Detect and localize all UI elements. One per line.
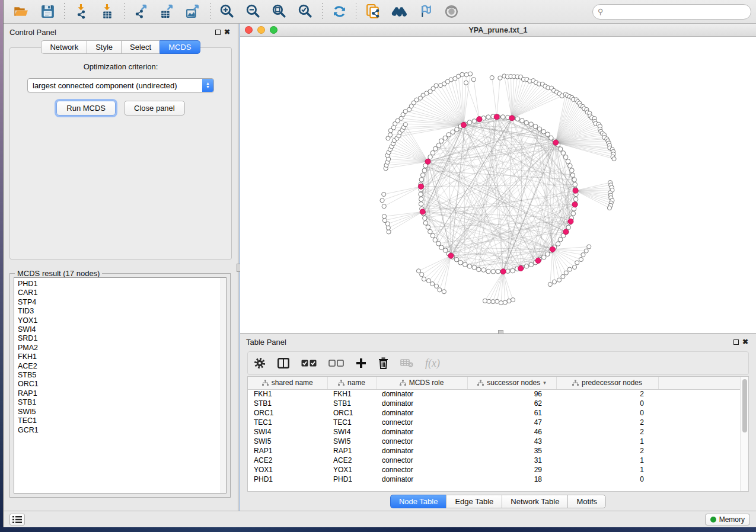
- zoom-out-button[interactable]: [240, 2, 266, 22]
- tab-network[interactable]: Network: [41, 40, 87, 54]
- mcds-result-item[interactable]: TEC1: [18, 416, 221, 425]
- network-search-box[interactable]: ⚲: [592, 4, 751, 20]
- table-options-button[interactable]: [254, 354, 266, 372]
- delete-rows-button[interactable]: [378, 354, 388, 372]
- export-image-icon: [186, 4, 202, 20]
- memory-button[interactable]: Memory: [705, 514, 750, 525]
- network-graph[interactable]: [240, 37, 756, 333]
- deselect-all-button[interactable]: [328, 354, 344, 372]
- mcds-result-item[interactable]: GCR1: [18, 426, 221, 435]
- mcds-result-title: MCDS result (17 nodes): [15, 269, 102, 278]
- minimize-window-button[interactable]: [257, 26, 265, 34]
- tab-style[interactable]: Style: [87, 40, 121, 54]
- export-network-button[interactable]: [128, 2, 154, 22]
- criterion-select[interactable]: largest connected component (undirected)…: [27, 78, 214, 92]
- table-row[interactable]: FKH1FKH1dominator962: [248, 389, 740, 399]
- export-table-button[interactable]: [154, 2, 180, 22]
- export-image-button[interactable]: [180, 2, 206, 22]
- close-panel-button[interactable]: ✖: [222, 27, 232, 37]
- table-row[interactable]: STB1STB1dominator620: [248, 399, 740, 408]
- tab-node-table[interactable]: Node Table: [390, 495, 446, 508]
- import-table-button[interactable]: [94, 2, 120, 22]
- column-header-MCDS-role[interactable]: MCDS role: [376, 377, 467, 389]
- search-icon: ⚲: [598, 7, 604, 16]
- select-all-icon: [301, 360, 317, 367]
- mcds-result-item[interactable]: ACE2: [18, 362, 221, 371]
- hide-selected-button[interactable]: [412, 2, 438, 22]
- mcds-result-item[interactable]: CAR1: [18, 289, 221, 297]
- tab-network-table[interactable]: Network Table: [502, 495, 567, 508]
- mcds-result-item[interactable]: STB5: [18, 371, 221, 380]
- zoom-fit-button[interactable]: [266, 2, 292, 22]
- mcds-result-item[interactable]: YOX1: [18, 316, 221, 325]
- float-panel-button[interactable]: [213, 27, 222, 37]
- tab-edge-table[interactable]: Edge Table: [446, 495, 502, 508]
- table-row[interactable]: ORC1ORC1dominator610: [248, 408, 740, 418]
- table-row[interactable]: SWI5SWI5connector431: [248, 437, 740, 446]
- zoom-selected-button[interactable]: [292, 2, 318, 22]
- mcds-result-item[interactable]: PMA2: [18, 344, 221, 352]
- panel-divider[interactable]: [238, 24, 240, 511]
- mcds-result-list[interactable]: PHD1CAR1STP4TID3YOX1SWI4SRD1PMA2FKH1ACE2…: [14, 277, 227, 493]
- table-row[interactable]: PHD1PHD1dominator180: [248, 475, 740, 484]
- mcds-result-item[interactable]: FKH1: [18, 352, 221, 361]
- table-scrollbar[interactable]: [740, 377, 748, 491]
- search-input[interactable]: [606, 8, 746, 16]
- mcds-result-item[interactable]: STP4: [18, 298, 221, 307]
- mcds-result-item[interactable]: SWI5: [18, 408, 221, 416]
- tab-motifs[interactable]: Motifs: [567, 495, 606, 508]
- open-file-button[interactable]: [8, 2, 34, 22]
- show-hidden-button[interactable]: [438, 2, 464, 22]
- table-row[interactable]: ACE2ACE2connector311: [248, 456, 740, 465]
- result-list-scrollbar[interactable]: [221, 278, 226, 493]
- float-table-panel-button[interactable]: [731, 337, 741, 347]
- mcds-result-item[interactable]: STB1: [18, 398, 221, 407]
- attribute-type-icon: [477, 380, 484, 386]
- clone-network-icon: [365, 4, 381, 20]
- task-history-button[interactable]: [9, 514, 25, 525]
- table-toolbar: f(x): [247, 351, 749, 375]
- table-row[interactable]: RAP1RAP1dominator352: [248, 446, 740, 456]
- import-network-button[interactable]: [68, 2, 94, 22]
- mcds-result-item[interactable]: SWI4: [18, 325, 221, 334]
- network-canvas[interactable]: [240, 37, 756, 333]
- first-neighbors-icon: [391, 4, 407, 20]
- show-columns-button[interactable]: [277, 354, 289, 372]
- select-all-button[interactable]: [301, 354, 317, 372]
- apply-layout-button[interactable]: [326, 2, 352, 22]
- table-scrollbar-thumb[interactable]: [742, 379, 747, 432]
- toolbar-separator: [124, 3, 125, 21]
- zoom-in-button[interactable]: [214, 2, 240, 22]
- table-row[interactable]: SWI4SWI4dominator462: [248, 427, 740, 437]
- run-mcds-button[interactable]: Run MCDS: [56, 101, 116, 116]
- function-builder-button: f(x): [425, 354, 440, 372]
- save-session-button[interactable]: [34, 2, 60, 22]
- close-mcds-panel-button[interactable]: Close panel: [124, 101, 185, 116]
- network-window-titlebar[interactable]: YPA_prune.txt_1: [240, 24, 756, 37]
- table-tabs: Node TableEdge TableNetwork TableMotifs: [390, 495, 606, 508]
- first-neighbors-button[interactable]: [386, 2, 412, 22]
- mcds-result-item[interactable]: SRD1: [18, 334, 221, 343]
- table-row[interactable]: YOX1YOX1connector291: [248, 465, 740, 475]
- mcds-result-item[interactable]: RAP1: [18, 389, 221, 398]
- clone-network-button[interactable]: [360, 2, 386, 22]
- column-header-successor-nodes[interactable]: successor nodes▾: [467, 377, 556, 389]
- tab-select[interactable]: Select: [121, 40, 160, 54]
- mcds-result-item[interactable]: TID3: [18, 307, 221, 316]
- column-header-shared-name[interactable]: shared name: [248, 377, 327, 389]
- import-network-icon: [74, 4, 90, 20]
- column-header-predecessor-nodes[interactable]: predecessor nodes: [556, 377, 658, 389]
- add-row-button[interactable]: [356, 354, 366, 372]
- mcds-result-item[interactable]: PHD1: [18, 280, 221, 289]
- horizontal-divider-grip[interactable]: [498, 330, 503, 334]
- mcds-result-item[interactable]: ORC1: [18, 380, 221, 389]
- table-row[interactable]: TEC1TEC1connector472: [248, 418, 740, 427]
- close-window-button[interactable]: [245, 26, 253, 34]
- tab-mcds[interactable]: MCDS: [160, 40, 200, 54]
- toolbar-separator: [322, 3, 323, 21]
- zoom-window-button[interactable]: [270, 26, 277, 34]
- toolbar-separator: [64, 3, 65, 21]
- table-options-icon: [254, 357, 266, 369]
- close-table-panel-button[interactable]: ✖: [741, 337, 750, 347]
- column-header-name[interactable]: name: [327, 377, 376, 389]
